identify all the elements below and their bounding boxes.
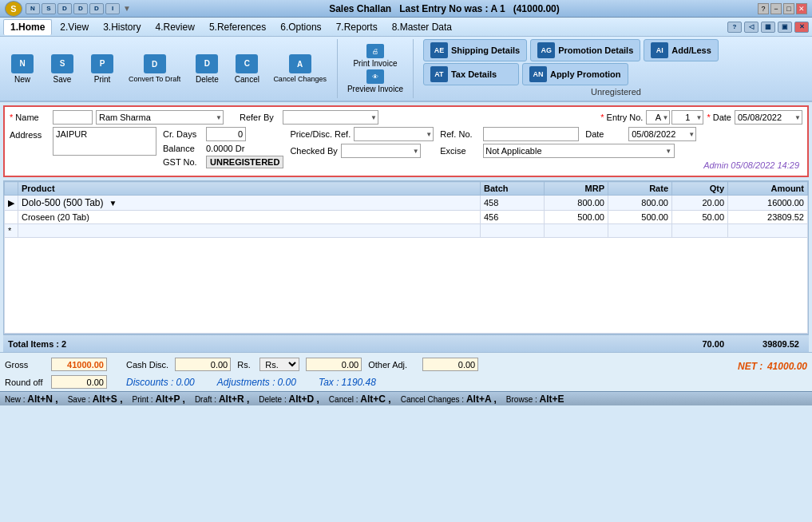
name-dropdown-wrapper: ▼ [96,110,224,125]
quick-icon-i[interactable]: I [105,3,120,14]
tax-details-button[interactable]: AT Tax Details [423,63,519,85]
menu-home[interactable]: 1.Home [3,19,52,35]
save-icon: S [51,54,73,73]
cancel-label: Cancel [235,75,259,84]
save-button[interactable]: S Save [43,39,81,98]
ref-no-label: Ref. No. [440,129,480,139]
ref-date-input[interactable] [628,127,696,141]
table-row[interactable]: Croseen (20 Tab) 456 500.00 500.00 50.00… [5,211,808,224]
row2-product: Croseen (20 Tab) [18,211,481,224]
convert-draft-icon: D [144,54,166,73]
print-preview-group[interactable]: 🖨 Print Invoice 👁 Preview Invoice [343,39,408,98]
tax-label: Tax Details [451,69,497,79]
gross-input[interactable] [51,358,107,371]
price-disc-input[interactable] [354,127,434,141]
date-input[interactable] [735,110,802,125]
print-invoice-btn[interactable]: 🖨 Print Invoice [353,44,397,68]
minimize-button[interactable]: − [770,3,782,14]
checked-by-wrapper: ▼ [341,144,421,158]
form-row-1: Name ▼ Refer By ▼ Entry No. ▼ ▼ Date [10,110,802,125]
right-section: AE Shipping Details AG Promotion Details… [418,39,809,98]
balance-value: 0.0000 Dr [206,144,246,153]
ref-no-input[interactable] [483,127,579,141]
status-print: Print : Alt+P , [133,393,185,405]
print-label: Print [94,75,111,84]
checked-by-label: Checked By [290,146,337,156]
delete-button[interactable]: D Delete [188,39,226,98]
bottom-row1: Gross Cash Disc. Rs. Rs. Other Adj. NET … [5,355,807,374]
entry-no-letter-input[interactable] [646,110,670,125]
table-row[interactable]: ▶ Dolo-500 (500 Tab) ▼ 458 800.00 800.00… [5,196,808,211]
excise-label: Excise [440,146,480,156]
row1-dropdown-arrow[interactable]: ▼ [109,199,117,208]
cash-disc-input[interactable] [175,358,231,371]
row1-product: Dolo-500 (500 Tab) ▼ [18,196,481,211]
cancel-changes-button[interactable]: A Cancel Changes [267,39,332,98]
th-batch: Batch [481,182,545,196]
cancel-changes-icon: A [289,54,311,73]
maximize-button[interactable]: □ [783,3,794,14]
promotion-details-button[interactable]: AG Promotion Details [530,39,640,61]
address-input[interactable]: JAIPUR [53,127,156,156]
cr-days-input[interactable] [206,127,246,141]
menu-view[interactable]: 2.View [53,20,95,34]
right-bottom-row: AT Tax Details AN Apply Promotion [423,63,809,85]
excise-select[interactable]: Not Applicable [483,144,675,158]
menu-right-icon5[interactable]: ✕ [794,22,809,33]
name-input[interactable] [96,110,224,125]
menu-right-icon2[interactable]: ◁ [744,22,759,33]
quick-icon-n[interactable]: N [26,3,40,14]
unregistered-label: Unregistered [423,85,809,98]
discounts-label: Discounts : 0.00 [126,377,195,388]
quick-icon-d[interactable]: D [57,3,72,14]
preview-invoice-btn[interactable]: 👁 Preview Invoice [347,69,403,93]
print-button[interactable]: P Print [83,39,121,98]
refer-by-input[interactable] [283,110,378,125]
convert-draft-button[interactable]: D Convert To Draft [123,39,186,98]
other-adj-input[interactable] [422,358,478,371]
apply-promotion-button[interactable]: AN Apply Promotion [522,63,628,85]
balance-label: Balance [163,144,203,153]
menu-references[interactable]: 5.References [203,20,272,34]
cancel-button[interactable]: C Cancel [228,39,266,98]
quick-icon-d3[interactable]: D [89,3,104,14]
menu-options[interactable]: 6.Options [274,20,327,34]
menu-right-icon1[interactable]: ? [727,22,742,33]
menu-right-icon3[interactable]: ▦ [761,22,775,33]
round-off-input[interactable] [51,375,107,389]
entry-no-num-wrapper: ▼ [671,110,703,125]
rs-select[interactable]: Rs. [259,358,299,371]
menu-reports[interactable]: 7.Reports [330,20,384,34]
name-prefix-input[interactable] [53,110,93,125]
checked-by-input[interactable] [341,144,421,158]
status-draft: Draft : Alt+R , [195,393,249,405]
status-delete: Delete : Alt+D , [259,393,319,405]
total-amount: 39809.52 [724,339,804,349]
quick-icon-s[interactable]: S [42,3,56,14]
cancel-icon: C [236,54,258,73]
row2-rate: 500.00 [608,211,672,224]
status-cancel: Cancel : Alt+C , [329,393,391,405]
window-controls[interactable]: ? − □ ✕ [758,3,807,14]
shipping-details-button[interactable]: AE Shipping Details [423,39,527,61]
new-button[interactable]: N New [3,39,42,98]
refer-by-dropdown: ▼ [283,110,378,125]
help-button[interactable]: ? [758,3,769,14]
close-button[interactable]: ✕ [796,3,807,14]
menu-master-data[interactable]: 8.Master Data [386,20,458,34]
other-adj-label: Other Adj. [368,360,416,370]
menu-right-icon4[interactable]: ▣ [778,22,792,33]
total-items-label: Total Items : 2 [8,339,660,349]
bottom-row2: Round off Discounts : 0.00 Adjustments :… [5,375,807,389]
rs-value-input[interactable] [306,358,362,371]
shipping-icon: AE [430,42,448,58]
rs-select-wrapper: Rs. [259,358,299,371]
delete-label: Delete [196,75,219,84]
row2-qty: 50.00 [672,211,728,224]
table-row-empty[interactable]: * [5,224,808,238]
quick-icon-d2[interactable]: D [73,3,88,14]
entry-no-num-input[interactable] [671,110,703,125]
menu-review[interactable]: 4.Review [149,20,201,34]
add-less-button[interactable]: AI Add/Less [644,39,719,61]
menu-history[interactable]: 3.History [97,20,147,34]
